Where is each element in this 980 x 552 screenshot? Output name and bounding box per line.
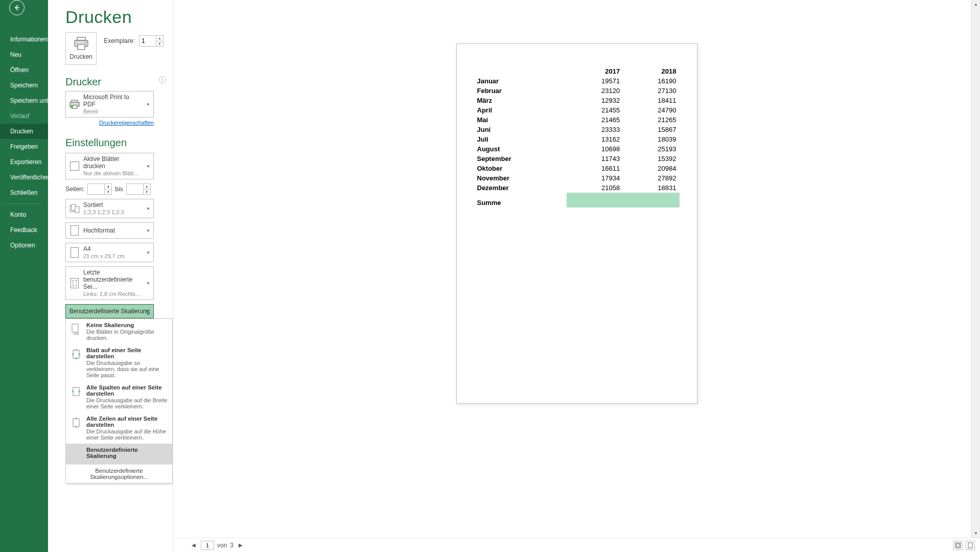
sidebar-item-share[interactable]: Freigeben bbox=[0, 139, 48, 154]
pages-to-spinner[interactable]: ▲▼ bbox=[126, 183, 151, 195]
print-button[interactable]: Drucken bbox=[65, 32, 97, 65]
sidebar-item-info[interactable]: Informationen bbox=[0, 32, 48, 47]
svg-text:100: 100 bbox=[74, 332, 79, 335]
page-total: 3 bbox=[230, 542, 234, 549]
scaling-button-label: Benutzerdefinierte Skalierung bbox=[69, 308, 150, 315]
copies-up[interactable]: ▲ bbox=[156, 36, 163, 41]
paper-sub: 21 cm x 29,7 cm bbox=[83, 253, 142, 260]
back-button[interactable] bbox=[0, 0, 31, 15]
pages-from-spinner[interactable]: ▲▼ bbox=[87, 183, 112, 195]
margins-dropdown[interactable]: Letzte benutzerdefinierte Sei... Links: … bbox=[65, 266, 154, 300]
sidebar-item-new[interactable]: Neu bbox=[0, 47, 48, 62]
print-button-label: Drucken bbox=[69, 53, 92, 60]
copies-label: Exemplare: bbox=[104, 37, 135, 44]
print-settings-column: Drucken Drucken Exemplare: ▲▼ Dr bbox=[48, 0, 173, 552]
svg-rect-12 bbox=[72, 324, 78, 332]
svg-rect-18 bbox=[956, 544, 960, 547]
svg-rect-1 bbox=[77, 37, 85, 40]
chevron-down-icon: ▼ bbox=[146, 281, 150, 286]
sidebar-item-account[interactable]: Konto bbox=[0, 207, 48, 222]
collate-icon bbox=[69, 203, 80, 214]
sidebar-item-saveas[interactable]: Speichern unter bbox=[0, 93, 48, 108]
show-margins-button[interactable] bbox=[953, 541, 963, 550]
printer-dropdown[interactable]: Microsoft Print to PDF Bereit ▼ bbox=[65, 91, 154, 118]
prev-page-button[interactable]: ◀ bbox=[190, 542, 198, 548]
sidebar-item-feedback[interactable]: Feedback bbox=[0, 222, 48, 238]
collate-sub: 1;2;3 1;2;3 1;2;3 bbox=[83, 209, 142, 216]
main-area: Drucken Drucken Exemplare: ▲▼ Dr bbox=[48, 0, 980, 552]
scaling-menu-item-fit-sheet[interactable]: Blatt auf einer Seite darstellenDie Druc… bbox=[66, 344, 172, 381]
fit-rows-icon bbox=[70, 416, 82, 430]
svg-rect-3 bbox=[78, 44, 85, 50]
backstage-sidebar: Informationen Neu Öffnen Speichern Speic… bbox=[0, 0, 48, 552]
scaling-menu-item-custom[interactable]: Benutzerdefinierte Skalierung bbox=[66, 444, 172, 464]
printer-icon bbox=[74, 37, 89, 50]
paper-icon bbox=[69, 247, 80, 258]
svg-rect-16 bbox=[73, 419, 79, 427]
paper-title: A4 bbox=[83, 245, 142, 252]
copies-down[interactable]: ▼ bbox=[156, 41, 163, 47]
scaling-menu: 100 Keine SkalierungDie Blätter in Origi… bbox=[65, 318, 173, 484]
print-what-dropdown[interactable]: Aktive Blätter drucken Nur die aktiven B… bbox=[65, 153, 154, 179]
paper-dropdown[interactable]: A4 21 cm x 29,7 cm ▼ bbox=[65, 243, 154, 262]
scaling-menu-item-none[interactable]: 100 Keine SkalierungDie Blätter in Origi… bbox=[66, 319, 172, 344]
print-what-title: Aktive Blätter drucken bbox=[83, 155, 142, 170]
scroll-down-button[interactable]: ▼ bbox=[972, 529, 980, 538]
chevron-down-icon: ▼ bbox=[145, 309, 149, 314]
no-scaling-icon: 100 bbox=[70, 322, 82, 336]
pages-label: Seiten: bbox=[65, 186, 84, 193]
zoom-to-page-button[interactable] bbox=[966, 541, 975, 550]
scaling-options-link[interactable]: Benutzerdefinierte Skalierungsoptionen..… bbox=[66, 465, 172, 483]
sidebar-item-close[interactable]: Schließen bbox=[0, 185, 48, 200]
margins-title: Letzte benutzerdefinierte Sei... bbox=[83, 269, 142, 290]
pages-from-input[interactable] bbox=[88, 186, 104, 193]
printer-name: Microsoft Print to PDF bbox=[83, 94, 142, 108]
chevron-down-icon: ▼ bbox=[146, 206, 150, 211]
preview-page: 20172018 Januar1957116190Februar23120271… bbox=[456, 43, 697, 404]
printer-status: Bereit bbox=[83, 108, 142, 115]
sidebar-divider bbox=[6, 203, 42, 204]
chevron-down-icon: ▼ bbox=[146, 250, 150, 255]
settings-section-title: Einstellungen bbox=[65, 137, 164, 149]
margins-sub: Links: 1,8 cm Rechts: 1,8 cm bbox=[83, 291, 142, 297]
fit-sheet-icon bbox=[70, 347, 82, 361]
copies-input[interactable] bbox=[139, 37, 156, 44]
pages-to-input[interactable] bbox=[127, 186, 143, 193]
chevron-down-icon: ▼ bbox=[146, 102, 150, 107]
svg-rect-11 bbox=[75, 206, 79, 213]
sidebar-item-publish[interactable]: Veröffentlichen bbox=[0, 170, 48, 185]
printer-section-title: Drucker bbox=[65, 76, 154, 88]
orientation-dropdown[interactable]: Hochformat ▼ bbox=[65, 222, 154, 239]
fit-columns-icon bbox=[70, 384, 82, 399]
margins-icon bbox=[69, 278, 80, 289]
print-what-sub: Nur die aktiven Blätter druc... bbox=[83, 170, 142, 177]
page-number-input[interactable] bbox=[201, 541, 214, 550]
copies-spinner[interactable]: ▲▼ bbox=[139, 35, 164, 47]
custom-scaling-icon bbox=[70, 447, 82, 461]
collate-dropdown[interactable]: Sortiert 1;2;3 1;2;3 1;2;3 ▼ bbox=[65, 199, 154, 218]
sidebar-item-print[interactable]: Drucken bbox=[0, 124, 48, 139]
sidebar-item-open[interactable]: Öffnen bbox=[0, 62, 48, 78]
info-icon: i bbox=[159, 76, 166, 83]
sidebar-item-save[interactable]: Speichern bbox=[0, 78, 48, 93]
orientation-title: Hochformat bbox=[83, 227, 142, 234]
scaling-menu-item-fit-rows[interactable]: Alle Zeilen auf einer Seite darstellenDi… bbox=[66, 412, 172, 444]
arrow-left-icon bbox=[13, 4, 20, 11]
next-page-button[interactable]: ▶ bbox=[237, 542, 245, 548]
scaling-menu-item-fit-columns[interactable]: Alle Spalten auf einer Seite darstellenD… bbox=[66, 381, 172, 412]
sidebar-item-options[interactable]: Optionen bbox=[0, 238, 48, 253]
chevron-down-icon: ▼ bbox=[146, 164, 150, 169]
page-of-label: von bbox=[217, 542, 227, 549]
chevron-down-icon: ▼ bbox=[146, 228, 150, 233]
sidebar-item-history: Verlauf bbox=[0, 108, 48, 124]
sidebar-item-export[interactable]: Exportieren bbox=[0, 154, 48, 170]
svg-rect-19 bbox=[968, 543, 972, 548]
svg-rect-5 bbox=[72, 100, 78, 102]
scroll-up-button[interactable]: ▲ bbox=[972, 0, 980, 9]
scaling-dropdown-button[interactable]: Benutzerdefinierte Skalierung ▼ bbox=[65, 304, 154, 318]
preview-table: 20172018 Januar1957116190Februar23120271… bbox=[474, 66, 680, 208]
preview-canvas: 20172018 Januar1957116190Februar23120271… bbox=[173, 0, 980, 538]
vertical-scrollbar[interactable]: ▲ ▼ bbox=[971, 0, 980, 538]
pages-to-label: bis bbox=[115, 186, 123, 193]
printer-properties-link[interactable]: Druckereigenschaften bbox=[65, 120, 154, 126]
